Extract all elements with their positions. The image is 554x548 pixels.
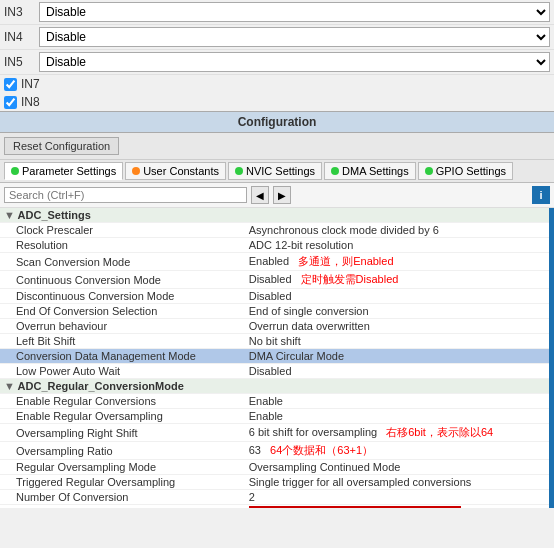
search-row: ◀ ▶ i [0, 183, 554, 208]
param-value: No bit shift [245, 334, 554, 349]
group-adc-regular[interactable]: ▼ ADC_Regular_ConversionMode [0, 379, 554, 394]
param-label: Oversampling Right Shift [0, 424, 245, 442]
param-value: Enable [245, 394, 554, 409]
param-value: 2 [245, 490, 554, 505]
param-label: Continuous Conversion Mode [0, 271, 245, 289]
param-value: 6 bit shift for oversampling 右移6bit，表示除以… [245, 424, 554, 442]
tab-gpio-settings[interactable]: GPIO Settings [418, 162, 513, 180]
in3-select[interactable]: Disable [39, 2, 550, 22]
row-end-of-conversion[interactable]: End Of Conversion Selection End of singl… [0, 304, 554, 319]
in7-checkbox[interactable] [4, 78, 17, 91]
params-table: ▼ ADC_Settings Clock Prescaler Asynchron… [0, 208, 554, 508]
row-overrun[interactable]: Overrun behaviour Overrun data overwritt… [0, 319, 554, 334]
param-label: Clock Prescaler [0, 223, 245, 238]
in8-checkbox[interactable] [4, 96, 17, 109]
tab-label-user: User Constants [143, 165, 219, 177]
row-triggered-oversampling[interactable]: Triggered Regular Oversampling Single tr… [0, 475, 554, 490]
param-label: Enable Regular Conversions [0, 394, 245, 409]
row-enable-regular[interactable]: Enable Regular Conversions Enable [0, 394, 554, 409]
right-shift-note: 右移6bit，表示除以64 [386, 426, 493, 438]
in5-select[interactable]: Disable [39, 52, 550, 72]
in8-label: IN8 [21, 95, 40, 109]
top-dropdowns-section: IN3 Disable IN4 Disable IN5 Disable IN7 … [0, 0, 554, 111]
in7-label: IN7 [21, 77, 40, 91]
ext-trigger-value: Regular Conversion launched by software [249, 506, 461, 508]
in5-row: IN5 Disable [0, 50, 554, 75]
param-label: Oversampling Ratio [0, 442, 245, 460]
tabs-row: Parameter Settings User Constants NVIC S… [0, 160, 554, 183]
scan-value: Enabled [249, 255, 289, 267]
row-data-mgmt-mode[interactable]: Conversion Data Management Mode DMA Circ… [0, 349, 554, 364]
row-low-power[interactable]: Low Power Auto Wait Disabled [0, 364, 554, 379]
right-scroll-bar [549, 208, 554, 508]
group-label: ADC_Settings [18, 209, 91, 221]
search-prev-button[interactable]: ◀ [251, 186, 269, 204]
param-label: External Trigger Conversion Source [0, 505, 245, 509]
param-label: Triggered Regular Oversampling [0, 475, 245, 490]
param-label: Enable Regular Oversampling [0, 409, 245, 424]
param-value: Enabled 多通道，则Enabled [245, 253, 554, 271]
in5-label: IN5 [4, 55, 39, 69]
tab-dot-gpio [425, 167, 433, 175]
tab-label-gpio: GPIO Settings [436, 165, 506, 177]
tab-dot-user [132, 167, 140, 175]
collapse-icon2: ▼ [4, 380, 18, 392]
row-continuous-conversion[interactable]: Continuous Conversion Mode Disabled 定时触发… [0, 271, 554, 289]
collapse-icon: ▼ [4, 209, 18, 221]
right-shift-value: 6 bit shift for oversampling [249, 426, 377, 438]
param-label: Scan Conversion Mode [0, 253, 245, 271]
config-header: Configuration [0, 111, 554, 133]
row-ext-trigger-source[interactable]: External Trigger Conversion Source Regul… [0, 505, 554, 509]
row-oversampling-mode[interactable]: Regular Oversampling Mode Oversampling C… [0, 460, 554, 475]
tab-parameter-settings[interactable]: Parameter Settings [4, 162, 123, 180]
param-value: ADC 12-bit resolution [245, 238, 554, 253]
param-value: Disabled [245, 364, 554, 379]
row-ratio[interactable]: Oversampling Ratio 63 64个数据和（63+1） [0, 442, 554, 460]
param-value: Disabled [245, 289, 554, 304]
tab-user-constants[interactable]: User Constants [125, 162, 226, 180]
param-value: Enable [245, 409, 554, 424]
param-label: Left Bit Shift [0, 334, 245, 349]
param-label: Number Of Conversion [0, 490, 245, 505]
group-adc-settings[interactable]: ▼ ADC_Settings [0, 208, 554, 223]
row-enable-oversampling[interactable]: Enable Regular Oversampling Enable [0, 409, 554, 424]
param-value: Overrun data overwritten [245, 319, 554, 334]
params-table-container: ▼ ADC_Settings Clock Prescaler Asynchron… [0, 208, 554, 508]
row-discontinuous-conversion[interactable]: Discontinuous Conversion Mode Disabled [0, 289, 554, 304]
row-resolution[interactable]: Resolution ADC 12-bit resolution [0, 238, 554, 253]
param-label: Regular Oversampling Mode [0, 460, 245, 475]
param-label: Conversion Data Management Mode [0, 349, 245, 364]
param-label: Resolution [0, 238, 245, 253]
param-value: Single trigger for all oversampled conve… [245, 475, 554, 490]
param-value: Disabled 定时触发需Disabled [245, 271, 554, 289]
tab-dot-parameter [11, 167, 19, 175]
tab-nvic-settings[interactable]: NVIC Settings [228, 162, 322, 180]
in4-select[interactable]: Disable [39, 27, 550, 47]
row-clock-prescaler[interactable]: Clock Prescaler Asynchronous clock mode … [0, 223, 554, 238]
row-scan-conversion[interactable]: Scan Conversion Mode Enabled 多通道，则Enable… [0, 253, 554, 271]
tab-dma-settings[interactable]: DMA Settings [324, 162, 416, 180]
tab-dot-nvic [235, 167, 243, 175]
in3-row: IN3 Disable [0, 0, 554, 25]
row-left-bit-shift[interactable]: Left Bit Shift No bit shift [0, 334, 554, 349]
tab-label-dma: DMA Settings [342, 165, 409, 177]
info-button[interactable]: i [532, 186, 550, 204]
tab-label-nvic: NVIC Settings [246, 165, 315, 177]
in4-row: IN4 Disable [0, 25, 554, 50]
param-label: Overrun behaviour [0, 319, 245, 334]
search-input[interactable] [4, 187, 247, 203]
search-next-button[interactable]: ▶ [273, 186, 291, 204]
param-value: End of single conversion [245, 304, 554, 319]
tab-label-parameter: Parameter Settings [22, 165, 116, 177]
group-label2: ADC_Regular_ConversionMode [18, 380, 184, 392]
in3-label: IN3 [4, 5, 39, 19]
continuous-value: Disabled [249, 273, 292, 285]
in7-row: IN7 [0, 75, 554, 93]
tab-dot-dma [331, 167, 339, 175]
reset-config-button[interactable]: Reset Configuration [4, 137, 119, 155]
row-num-conversions[interactable]: Number Of Conversion 2 [0, 490, 554, 505]
param-label: End Of Conversion Selection [0, 304, 245, 319]
row-right-shift[interactable]: Oversampling Right Shift 6 bit shift for… [0, 424, 554, 442]
continuous-note: 定时触发需Disabled [301, 273, 399, 285]
param-value: Regular Conversion launched by software [245, 505, 554, 509]
